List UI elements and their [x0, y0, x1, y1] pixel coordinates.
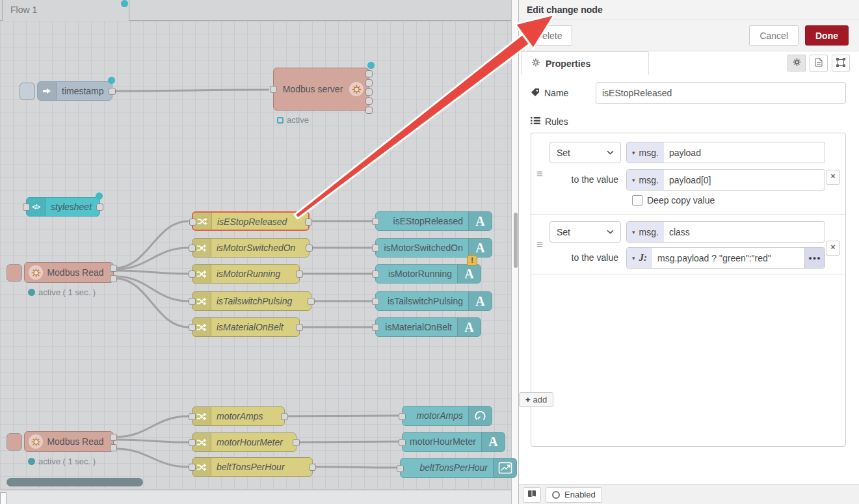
wire[interactable]: [115, 440, 189, 442]
drag-handle-icon[interactable]: ≡: [536, 239, 543, 250]
output-port[interactable]: [365, 88, 373, 96]
change-node-motorHourMeter[interactable]: motorHourMeter: [192, 432, 297, 452]
input-port[interactable]: [372, 218, 379, 225]
wire[interactable]: [116, 90, 269, 91]
wire[interactable]: [297, 442, 399, 442]
input-port[interactable]: [189, 219, 196, 226]
enabled-toggle-button[interactable]: Enabled: [546, 487, 602, 503]
rule-target-typedinput[interactable]: ▾msg. payload: [626, 142, 825, 163]
tab-properties[interactable]: Properties: [521, 51, 649, 75]
docs-button[interactable]: [523, 487, 541, 503]
output-port[interactable]: [308, 298, 315, 305]
rule-row-2[interactable]: ≡ Set ▾msg. class to the value ▾J: msg.p…: [531, 215, 845, 274]
output-port[interactable]: [281, 413, 288, 420]
output-port[interactable]: [365, 107, 373, 114]
chart-node-beltTonsPerHour[interactable]: beltTonsPerHour: [400, 458, 517, 478]
input-port[interactable]: [189, 464, 196, 471]
change-node-isTailswitchPulsing[interactable]: isTailswitchPulsing: [192, 291, 311, 311]
tab-flow-1[interactable]: Flow 1: [2, 0, 129, 21]
description-view-button[interactable]: [810, 55, 828, 72]
cancel-button[interactable]: Cancel: [749, 25, 799, 46]
remove-rule-button[interactable]: ×: [826, 241, 840, 256]
change-node-isMotorRunning[interactable]: isMotorRunning: [192, 264, 300, 284]
wire[interactable]: [115, 271, 189, 274]
vertical-scrollbar-thumb[interactable]: [514, 213, 518, 268]
input-port[interactable]: [189, 324, 196, 331]
rule-value-value[interactable]: msg.payload ? "green":"red": [652, 248, 771, 268]
typedinput-type-button[interactable]: ▾msg.: [627, 170, 664, 190]
typedinput-type-button[interactable]: ▾msg.: [627, 222, 664, 242]
input-port[interactable]: [372, 245, 379, 252]
input-port[interactable]: [189, 271, 196, 278]
output-port[interactable]: [296, 324, 303, 331]
modbus-read-node-2[interactable]: Modbus Read: [24, 431, 114, 452]
output-port[interactable]: [305, 219, 312, 226]
appearance-view-button[interactable]: [832, 55, 850, 72]
output-port[interactable]: [110, 275, 117, 282]
deep-copy-checkbox[interactable]: [632, 195, 642, 206]
change-node-isMotorSwitchedOn[interactable]: isMotorSwitchedOn: [192, 238, 310, 258]
template-stylesheet-node[interactable]: </>stylesheet: [26, 197, 100, 217]
input-port[interactable]: [189, 439, 196, 446]
input-port[interactable]: [397, 465, 404, 472]
rule-target-value[interactable]: class: [664, 222, 690, 242]
output-port[interactable]: [293, 439, 300, 446]
expression-editor-button[interactable]: ●●●: [804, 248, 825, 268]
change-node-motorAmps[interactable]: motorAmps: [192, 406, 285, 426]
text-node-isMotorRunning[interactable]: AisMotorRunning: [375, 264, 481, 284]
wire[interactable]: [285, 416, 399, 416]
wire[interactable]: [115, 449, 189, 467]
rule-target-value[interactable]: payload: [664, 142, 701, 163]
output-port[interactable]: [365, 98, 373, 105]
text-node-isMaterialOnBelt[interactable]: AisMaterialOnBelt: [375, 317, 481, 337]
horizontal-scrollbar-thumb[interactable]: [7, 478, 143, 486]
input-port[interactable]: [399, 413, 406, 420]
wire[interactable]: [313, 467, 397, 468]
add-rule-button[interactable]: + add: [519, 392, 553, 407]
done-button[interactable]: Done: [805, 25, 849, 46]
wire[interactable]: [115, 278, 189, 327]
name-input[interactable]: [596, 82, 846, 104]
output-port[interactable]: [306, 245, 313, 252]
gauge-node-motorAmps[interactable]: motorAmps: [402, 406, 492, 426]
output-port[interactable]: [110, 444, 117, 451]
rule-value-typedinput[interactable]: ▾J: msg.payload ? "green":"red" ●●●: [626, 247, 825, 269]
vertical-scrollbar[interactable]: [511, 0, 518, 504]
text-node-isTailswitchPulsing[interactable]: AisTailswitchPulsing: [375, 291, 492, 311]
change-node-isMaterialOnBelt[interactable]: isMaterialOnBelt: [192, 317, 300, 337]
change-node-isEStopReleased[interactable]: isEStopReleased: [192, 211, 310, 231]
rule-target-typedinput[interactable]: ▾msg. class: [626, 221, 825, 243]
remove-rule-button[interactable]: ×: [826, 170, 840, 185]
delete-button[interactable]: Delete: [525, 25, 572, 46]
input-port[interactable]: [23, 204, 30, 211]
output-port[interactable]: [296, 271, 303, 278]
text-node-isEStopReleased[interactable]: AisEStopReleased: [375, 211, 492, 231]
output-port[interactable]: [96, 204, 103, 211]
modbus-read-node-1[interactable]: Modbus Read: [24, 262, 114, 283]
rule-row-1[interactable]: ≡ Set ▾msg. payload to the value ▾msg. p…: [531, 133, 845, 215]
input-port[interactable]: [372, 271, 379, 278]
output-port[interactable]: [365, 79, 373, 86]
input-port[interactable]: [399, 439, 406, 446]
output-port[interactable]: [109, 88, 116, 95]
input-port[interactable]: [372, 324, 379, 331]
output-port[interactable]: [110, 434, 117, 441]
output-port[interactable]: [110, 265, 117, 272]
modbus-server-node[interactable]: Modbus server: [273, 68, 369, 111]
rule-value-typedinput[interactable]: ▾msg. payload[0]: [626, 169, 825, 191]
wire[interactable]: [115, 416, 189, 437]
input-port[interactable]: [189, 298, 196, 305]
input-port[interactable]: [270, 86, 277, 93]
typedinput-type-button[interactable]: ▾msg.: [627, 142, 664, 163]
wire[interactable]: [115, 221, 189, 268]
typedinput-type-button[interactable]: ▾J:: [627, 248, 652, 268]
input-port[interactable]: [189, 413, 196, 420]
rule-action-select[interactable]: Set: [549, 221, 621, 243]
input-port[interactable]: [372, 298, 379, 305]
drag-handle-icon[interactable]: ≡: [536, 168, 543, 179]
rule-action-select[interactable]: Set: [549, 142, 621, 163]
output-port[interactable]: [365, 70, 373, 77]
rule-value-value[interactable]: payload[0]: [664, 170, 711, 190]
change-node-beltTonsPerHour[interactable]: beltTonsPerHour: [192, 457, 313, 477]
properties-view-button[interactable]: [787, 55, 806, 72]
